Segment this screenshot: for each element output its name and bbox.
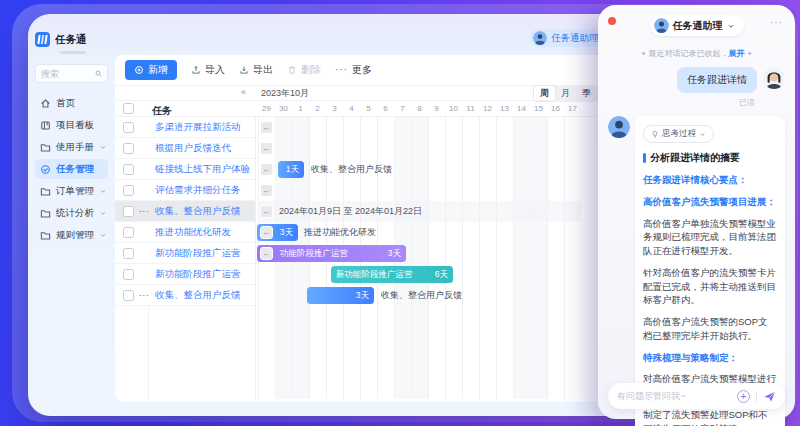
task-row[interactable]: ···收集、整合用户反馈 [115, 201, 255, 222]
close-panel-button[interactable] [608, 17, 616, 25]
import-button[interactable]: 导入 [191, 63, 225, 77]
sparkle-icon: ✦ [747, 50, 753, 57]
task-row[interactable]: 评估需求并细分任务 [115, 180, 255, 201]
history-collapsed-note: ✦ 最近对话记录已收起，展开 ✦ [608, 48, 785, 59]
task-name[interactable]: 多渠道开展拉新活动 [155, 121, 241, 134]
scroll-to-bar-button[interactable]: ← [260, 121, 273, 134]
scale-week[interactable]: 周 [534, 86, 555, 101]
scale-month[interactable]: 月 [555, 86, 576, 101]
expand-history-link[interactable]: 展开 [729, 49, 745, 58]
lightbulb-icon [651, 130, 659, 138]
row-checkbox[interactable] [123, 248, 134, 259]
task-name[interactable]: 收集、整合用户反馈 [155, 289, 241, 302]
task-name[interactable]: 推进功能优化研发 [155, 226, 231, 239]
import-button-label: 导入 [205, 63, 225, 77]
task-name[interactable]: 链接线上线下用户体验 [155, 163, 250, 176]
row-checkbox[interactable] [123, 143, 134, 154]
gantt-bar[interactable]: 1天 [278, 161, 304, 178]
scale-quarter[interactable]: 季 [576, 86, 597, 101]
date-tick: 9 [428, 104, 445, 113]
date-tick: 30 [275, 104, 292, 113]
task-row[interactable]: ···收集、整合用户反馈 [115, 285, 255, 306]
scroll-to-bar-button[interactable]: ← [260, 247, 273, 260]
scroll-to-bar-button[interactable]: ← [260, 205, 273, 218]
sidebar-item-tasks[interactable]: 任务管理 [35, 159, 108, 179]
assistant-entry-chip[interactable]: 任务通助理 [530, 29, 606, 47]
gantt-bar[interactable]: 3天 [307, 287, 374, 304]
chat-input[interactable] [617, 391, 731, 401]
date-tick: 1 [292, 104, 309, 113]
row-checkbox[interactable] [123, 269, 134, 280]
folder-icon [40, 230, 51, 241]
folder-icon [40, 142, 51, 153]
gantt-bar[interactable]: 新功能阶段推广运营6天 [331, 266, 453, 283]
scroll-to-bar-button[interactable]: ← [260, 163, 273, 176]
sidebar-item-rules[interactable]: 规则管理 [35, 225, 108, 245]
sidebar-item-analytics[interactable]: 统计分析 [35, 203, 108, 223]
sidebar-item-label: 统计分析 [56, 207, 94, 220]
row-checkbox[interactable] [123, 290, 134, 301]
home-icon [40, 98, 51, 109]
task-row[interactable]: 新功能阶段推广运营 [115, 264, 255, 285]
select-all-checkbox[interactable] [123, 103, 134, 114]
scroll-to-bar-button[interactable]: ← [260, 184, 273, 197]
attach-plus-button[interactable]: + [737, 390, 750, 403]
date-tick: 8 [411, 104, 428, 113]
sidebar-nav: 首页 项目看板 使用手册 任务管理 订单管理 [35, 93, 108, 245]
row-checkbox[interactable] [123, 206, 134, 217]
sidebar: 任务通 首页 项目看板 使用手册 [28, 14, 114, 416]
assistant-avatar [654, 18, 669, 33]
collapsed-note-text: 最近对话记录已收起， [649, 49, 729, 58]
sidebar-item-kanban[interactable]: 项目看板 [35, 115, 108, 135]
task-name[interactable]: 评估需求并细分任务 [155, 184, 241, 197]
send-button[interactable] [763, 390, 776, 403]
sidebar-item-orders[interactable]: 订单管理 [35, 181, 108, 201]
task-row[interactable]: 新功能阶段推广运营 [115, 243, 255, 264]
scroll-to-bar-button[interactable]: ← [260, 142, 273, 155]
chevron-down-icon [99, 209, 107, 217]
row-actions-icon[interactable]: ··· [137, 206, 151, 216]
task-name[interactable]: 收集、整合用户反馈 [155, 205, 241, 218]
row-checkbox[interactable] [123, 227, 134, 238]
sidebar-search-input[interactable] [41, 69, 91, 79]
date-tick: 12 [479, 104, 496, 113]
row-checkbox[interactable] [123, 122, 134, 133]
task-row[interactable]: 根据用户反馈迭代 [115, 138, 255, 159]
task-name[interactable]: 根据用户反馈迭代 [155, 142, 231, 155]
gantt-month-label: 2023年10月 [261, 87, 309, 100]
gantt-bar[interactable]: 功能阶段推广运营3天 [257, 245, 406, 262]
kanban-icon [40, 120, 51, 131]
date-tick: 3 [326, 104, 343, 113]
assistant-title-pill[interactable]: 任务通助理 [650, 15, 744, 36]
panel-menu-icon[interactable]: ··· [770, 17, 783, 28]
row-checkbox[interactable] [123, 185, 134, 196]
assistant-avatar [608, 116, 630, 138]
assistant-avatar [533, 31, 547, 45]
task-row[interactable]: 推进功能优化研发 [115, 222, 255, 243]
date-tick: 15 [530, 104, 547, 113]
task-row[interactable]: 多渠道开展拉新活动 [115, 117, 255, 138]
add-button[interactable]: 新增 [125, 60, 177, 80]
chevron-down-icon [99, 187, 107, 195]
row-actions-icon[interactable]: ··· [137, 290, 151, 300]
user-message-bubble: 任务跟进详情 [677, 67, 757, 93]
task-name[interactable]: 新功能阶段推广运营 [155, 268, 241, 281]
thinking-process-chip[interactable]: 思考过程 [643, 125, 714, 143]
more-button[interactable]: ··· 更多 [335, 63, 372, 77]
folder-icon [40, 186, 51, 197]
thinking-chip-label: 思考过程 [662, 128, 696, 140]
sidebar-item-manual[interactable]: 使用手册 [35, 137, 108, 157]
bar-date-range: 2024年01月9日 至 2024年01月22日 [279, 205, 422, 218]
task-row[interactable]: 链接线上线下用户体验 [115, 159, 255, 180]
trash-icon [287, 65, 297, 75]
assistant-message-row: 思考过程 分析跟进详情的摘要 任务跟进详情核心要点： 高价值客户流失预警项目进展… [608, 116, 785, 426]
export-button[interactable]: 导出 [239, 63, 273, 77]
chevron-down-icon [99, 231, 107, 239]
scroll-to-bar-button[interactable]: ← [260, 226, 273, 239]
delete-button[interactable]: 删除 [287, 63, 321, 77]
task-name[interactable]: 新功能阶段推广运营 [155, 247, 241, 260]
sidebar-item-home[interactable]: 首页 [35, 93, 108, 113]
row-checkbox[interactable] [123, 164, 134, 175]
sidebar-search[interactable] [35, 64, 108, 83]
collapse-panel-icon[interactable]: « [241, 87, 246, 97]
